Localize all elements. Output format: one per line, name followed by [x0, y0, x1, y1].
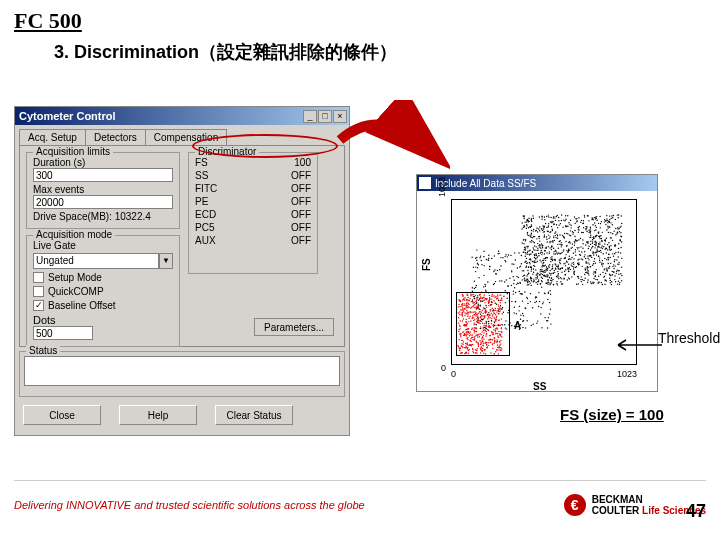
disc-row-ss[interactable]: SSOFF	[195, 170, 311, 183]
svg-point-1392	[614, 230, 615, 231]
svg-point-1063	[600, 223, 601, 224]
setup-mode-checkbox[interactable]: Setup Mode	[33, 272, 173, 283]
help-button[interactable]: Help	[119, 405, 197, 425]
svg-point-889	[556, 234, 557, 235]
svg-point-938	[592, 243, 593, 244]
svg-point-1458	[534, 249, 535, 250]
svg-point-1620	[526, 258, 527, 259]
svg-point-826	[568, 264, 569, 265]
svg-point-1616	[536, 255, 537, 256]
svg-point-1056	[553, 235, 554, 236]
svg-point-1196	[560, 223, 561, 224]
svg-point-794	[578, 262, 579, 263]
svg-point-1272	[543, 228, 544, 229]
svg-point-1173	[581, 251, 582, 252]
svg-point-1266	[590, 266, 591, 267]
duration-input[interactable]	[33, 168, 173, 182]
gate-rectangle[interactable]	[456, 292, 510, 356]
svg-point-1391	[591, 247, 592, 248]
minimize-button[interactable]: _	[303, 110, 317, 123]
svg-point-1104	[599, 251, 600, 252]
svg-point-1706	[549, 270, 550, 271]
svg-point-1276	[538, 253, 539, 254]
svg-point-1594	[539, 271, 540, 272]
svg-point-1549	[540, 307, 541, 308]
svg-point-1136	[550, 217, 551, 218]
disc-row-pc5[interactable]: PC5OFF	[195, 222, 311, 235]
svg-point-762	[564, 262, 565, 263]
svg-point-1122	[543, 258, 544, 259]
svg-point-888	[527, 219, 528, 220]
svg-point-1768	[515, 301, 516, 302]
logo-icon: €	[564, 494, 586, 516]
disc-row-aux[interactable]: AUXOFF	[195, 235, 311, 248]
svg-point-1261	[541, 218, 542, 219]
cytometer-control-window: Cytometer Control _ □ × Acq. Setup Detec…	[14, 106, 350, 436]
svg-point-1389	[534, 245, 535, 246]
parameters-button[interactable]: Parameters...	[254, 318, 334, 336]
svg-point-993	[621, 266, 622, 267]
baseline-checkbox[interactable]: ✓Baseline Offset	[33, 300, 173, 311]
chevron-down-icon[interactable]: ▼	[159, 253, 173, 269]
disc-row-ecd[interactable]: ECDOFF	[195, 209, 311, 222]
disc-row-fs[interactable]: FS100	[195, 157, 311, 170]
svg-point-1498	[546, 227, 547, 228]
svg-point-950	[532, 273, 533, 274]
svg-point-1375	[544, 216, 545, 217]
gate-label: A	[514, 320, 521, 331]
svg-point-1589	[527, 253, 528, 254]
svg-point-1709	[511, 271, 512, 272]
svg-point-742	[586, 231, 587, 232]
svg-point-1254	[578, 217, 579, 218]
y-axis-label: FS	[421, 258, 432, 271]
disc-row-pe[interactable]: PEOFF	[195, 196, 311, 209]
svg-point-915	[541, 269, 542, 270]
dots-input[interactable]	[33, 326, 93, 340]
svg-point-1097	[617, 228, 618, 229]
svg-point-763	[605, 273, 606, 274]
close-dialog-button[interactable]: Close	[23, 405, 101, 425]
quickcomp-checkbox[interactable]: QuickCOMP	[33, 286, 173, 297]
svg-point-1264	[573, 266, 574, 267]
svg-point-1316	[570, 242, 571, 243]
svg-point-900	[570, 235, 571, 236]
svg-point-1339	[577, 259, 578, 260]
svg-point-1289	[590, 235, 591, 236]
svg-point-1109	[536, 238, 537, 239]
svg-point-1502	[475, 287, 476, 288]
svg-point-923	[582, 279, 583, 280]
svg-point-873	[610, 282, 611, 283]
svg-point-617	[544, 270, 545, 271]
svg-point-1483	[553, 248, 554, 249]
svg-point-1206	[589, 230, 590, 231]
tab-detectors[interactable]: Detectors	[85, 129, 146, 145]
svg-point-1062	[535, 230, 536, 231]
disc-row-fitc[interactable]: FITCOFF	[195, 183, 311, 196]
svg-point-1397	[592, 239, 593, 240]
svg-point-849	[564, 274, 565, 275]
livegate-select[interactable]: Ungated ▼	[33, 253, 173, 269]
svg-point-1138	[612, 217, 613, 218]
scatter-plot[interactable]: A	[451, 199, 637, 365]
svg-point-1309	[552, 260, 553, 261]
svg-point-778	[585, 278, 586, 279]
y-tick-min: 0	[441, 363, 446, 373]
svg-point-1660	[495, 273, 496, 274]
svg-point-1484	[582, 259, 583, 260]
svg-point-1201	[567, 226, 568, 227]
svg-point-1068	[534, 257, 535, 258]
svg-point-1697	[523, 320, 524, 321]
svg-point-1145	[541, 244, 542, 245]
svg-point-887	[604, 219, 605, 220]
tab-acq-setup[interactable]: Acq. Setup	[19, 129, 86, 145]
svg-point-800	[588, 259, 589, 260]
clear-status-button[interactable]: Clear Status	[215, 405, 293, 425]
maxevents-input[interactable]	[33, 195, 173, 209]
svg-point-1313	[544, 250, 545, 251]
svg-point-781	[558, 273, 559, 274]
svg-point-939	[554, 270, 555, 271]
svg-point-746	[598, 256, 599, 257]
tab-compensation[interactable]: Compensation	[145, 129, 227, 145]
threshold-annotation: Threshold	[658, 330, 720, 346]
svg-point-1726	[540, 283, 541, 284]
